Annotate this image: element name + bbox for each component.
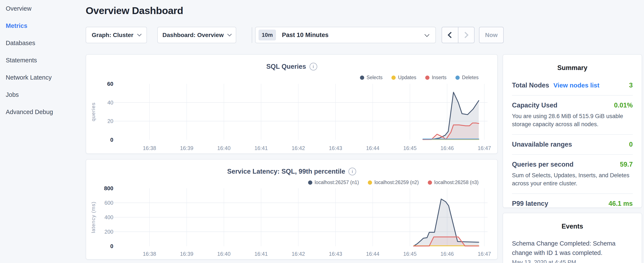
svg-text:16:43: 16:43 [329,145,342,151]
svg-text:20: 20 [107,118,113,124]
summary-row-label: Queries per second [512,161,574,168]
sidebar-item-statements[interactable]: Statements [0,52,83,69]
summary-row-value: 0 [629,141,633,148]
sidebar: OverviewMetricsDatabasesStatementsNetwor… [0,0,83,263]
svg-text:0: 0 [110,243,113,249]
summary-row-label: Total Nodes [512,82,549,89]
svg-text:16:42: 16:42 [292,145,305,151]
svg-text:16:45: 16:45 [403,145,417,151]
svg-text:16:39: 16:39 [180,145,194,151]
summary-row: Capacity Used0.01%You are using 28.6 MiB… [512,102,633,128]
summary-row-description: Sum of Selects, Updates, Inserts, and De… [512,171,633,187]
svg-text:400: 400 [104,214,113,220]
summary-panel: Summary Total NodesView nodes list3Capac… [502,54,642,208]
dashboard-dropdown[interactable]: Dashboard: Overview [157,27,236,43]
sidebar-item-databases[interactable]: Databases [0,35,83,52]
view-nodes-list-link[interactable]: View nodes list [554,82,599,89]
event-text: Schema Change Completed: Schema change w… [512,239,633,257]
sidebar-item-advanced-debug[interactable]: Advanced Debug [0,103,83,121]
sql-queries-chart-card: SQL Queries i SelectsUpdatesInsertsDelet… [86,54,498,154]
sidebar-item-metrics[interactable]: Metrics [0,17,83,35]
chevron-down-icon [424,32,430,37]
time-prev-button[interactable] [442,27,458,43]
svg-text:600: 600 [104,200,113,206]
event-timestamp: May 13, 2020 at 4:45 PM [512,259,633,263]
chevron-down-icon [137,32,142,36]
svg-text:queries: queries [90,102,96,121]
svg-text:16:38: 16:38 [143,251,156,257]
svg-text:0: 0 [110,137,113,143]
svg-text:40: 40 [107,100,113,106]
summary-row-label: P99 latency [512,200,548,207]
summary-rows: Total NodesView nodes list3Capacity Used… [512,82,633,207]
app-root: OverviewMetricsDatabasesStatementsNetwor… [0,0,644,263]
page-title: Overview Dashboard [86,5,183,16]
toolbar-divider [252,27,252,43]
chevron-left-icon [448,32,454,38]
summary-title: Summary [512,64,633,72]
svg-text:16:44: 16:44 [366,251,380,257]
events-panel: Events Schema Change Completed: Schema c… [502,213,642,263]
time-range-badge: 10m [258,30,276,41]
svg-text:16:41: 16:41 [254,251,268,257]
chevron-right-icon [462,32,468,38]
summary-divider [512,193,633,194]
svg-text:16:40: 16:40 [217,145,231,151]
events-list: Schema Change Completed: Schema change w… [512,239,633,263]
dashboard-dropdown-label: Dashboard: Overview [162,32,224,39]
summary-row-label: Capacity Used [512,102,558,109]
svg-text:16:47: 16:47 [478,145,491,151]
svg-text:16:47: 16:47 [478,251,491,257]
svg-text:latency (ms): latency (ms) [90,201,96,233]
summary-row-value: 0.01% [614,102,633,109]
svg-text:16:41: 16:41 [254,145,268,151]
time-range-label: Past 10 Minutes [282,32,425,39]
chevron-down-icon [227,32,232,36]
summary-row-value: 46.1 ms [608,200,633,207]
graph-dropdown-label: Graph: Cluster [92,32,133,39]
sidebar-item-jobs[interactable]: Jobs [0,86,83,103]
summary-row-description: You are using 28.6 MiB of 515.9 GiB usab… [512,112,633,128]
summary-row-value: 3 [629,82,633,89]
svg-text:16:45: 16:45 [403,251,417,257]
summary-row: Total NodesView nodes list3 [512,82,633,89]
svg-text:60: 60 [107,81,113,87]
svg-text:16:46: 16:46 [440,145,454,151]
summary-row: Unavailable ranges0 [512,141,633,148]
graph-dropdown[interactable]: Graph: Cluster [86,27,147,43]
summary-row: P99 latency46.1 ms [512,200,633,207]
svg-text:16:43: 16:43 [329,251,342,257]
sidebar-item-overview[interactable]: Overview [0,0,83,17]
time-range-dropdown[interactable]: 10m Past 10 Minutes [255,27,436,43]
svg-text:16:46: 16:46 [440,251,454,257]
summary-divider [512,134,633,135]
chart-plot-svg: 020040060080016:3816:3916:4016:4116:4216… [86,160,497,259]
summary-divider [512,95,633,96]
svg-text:16:44: 16:44 [366,145,380,151]
time-next-button[interactable] [458,27,474,43]
time-pager [442,27,474,43]
summary-row: Queries per second59.7Sum of Selects, Up… [512,161,633,187]
service-latency-chart-card: Service Latency: SQL, 99th percentile i … [86,159,498,259]
svg-text:16:38: 16:38 [143,145,156,151]
svg-text:16:42: 16:42 [292,251,305,257]
events-title: Events [512,222,633,230]
chart-plot-svg: 020406016:3816:3916:4016:4116:4216:4316:… [86,55,497,153]
svg-text:800: 800 [104,185,113,191]
summary-row-value: 59.7 [620,161,633,168]
svg-text:200: 200 [104,229,113,235]
sidebar-item-network-latency[interactable]: Network Latency [0,69,83,86]
svg-text:16:39: 16:39 [180,251,194,257]
svg-text:16:40: 16:40 [217,251,231,257]
summary-divider [512,154,633,155]
now-button[interactable]: Now [479,27,504,43]
summary-row-label: Unavailable ranges [512,141,572,148]
